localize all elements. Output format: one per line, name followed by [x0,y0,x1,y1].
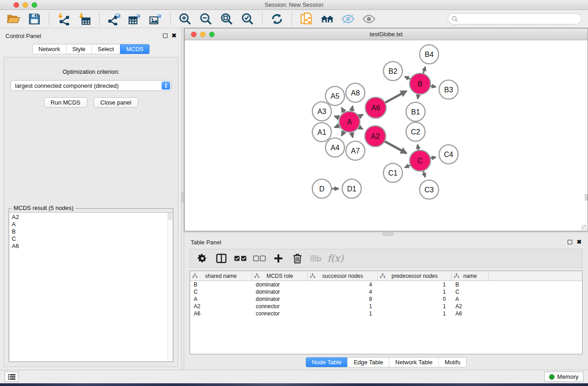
search-input[interactable] [460,15,578,22]
network-scrollbar-thumb[interactable] [585,194,588,200]
edge-A-A1[interactable] [335,125,339,127]
table-settings-button[interactable] [195,251,210,266]
table-cell[interactable]: C [452,289,489,295]
table-cell[interactable]: connector [252,310,308,317]
export-image-button[interactable] [147,11,165,27]
graph-node-A4[interactable]: A4 [325,138,344,157]
panel-splitter[interactable] [181,28,184,370]
float-table-panel-icon[interactable] [568,240,572,244]
hide-selected-button[interactable] [339,11,357,27]
edge-A-A5[interactable] [342,108,344,112]
table-cell[interactable]: A6 [452,310,489,317]
graph-node-B2[interactable]: B2 [383,62,402,81]
close-window-button[interactable] [14,2,19,8]
graph-node-A2[interactable]: A2 [365,126,386,147]
network-window-titlebar[interactable]: testGlobe.txt [185,29,588,40]
table-splitter-handle[interactable] [382,233,393,236]
table-cell[interactable]: B [452,281,489,288]
float-panel-icon[interactable] [163,33,167,38]
result-list-item[interactable]: B [12,228,167,235]
graph-node-D[interactable]: D [312,179,331,198]
table-cell[interactable]: dominator [252,281,308,288]
close-table-panel-icon[interactable]: ✖ [577,240,582,244]
edge-B-B4[interactable] [423,67,425,73]
edge-A6-B[interactable] [385,91,406,102]
table-row[interactable]: Adominator80A [190,295,582,303]
save-session-button[interactable] [25,11,43,27]
graph-node-A7[interactable]: A7 [346,141,365,160]
edge-C-C3[interactable] [423,171,425,177]
column-header-MCDS-role[interactable]: MCDS role [252,271,308,281]
edge-A-A7[interactable] [352,133,353,138]
table-cell[interactable]: 1 [378,310,452,317]
network-zoom-button[interactable] [209,32,215,37]
zoom-window-button[interactable] [32,2,37,8]
column-header-predecessor-nodes[interactable]: predecessor nodes [378,271,452,281]
export-table-button[interactable] [126,11,144,27]
graph-node-B3[interactable]: B3 [439,80,458,99]
result-list-item[interactable]: C [12,235,167,243]
show-column-browser-button[interactable] [214,251,229,266]
edge-B-B2[interactable] [405,76,410,79]
delete-column-button[interactable] [290,251,305,266]
table-cell[interactable]: A [452,296,489,302]
app-titlebar[interactable]: Session: New Session [0,0,588,10]
edge-A-A4[interactable] [342,131,344,136]
graph-node-A3[interactable]: A3 [312,102,331,121]
function-builder-button[interactable]: f(x) [328,251,343,266]
table-cell[interactable]: 1 [308,310,378,317]
delete-table-button[interactable] [309,251,324,266]
resize-grip-icon[interactable] [581,224,587,230]
edge-A-A2[interactable] [359,127,363,129]
table-cell[interactable]: dominator [252,296,308,302]
select-all-columns-button[interactable] [233,251,248,266]
table-cell[interactable]: A2 [452,303,489,310]
result-list-scrollbar[interactable] [167,213,172,361]
table-cell[interactable]: 4 [308,281,378,288]
tab-network-table[interactable]: Network Table [389,357,438,367]
table-cell[interactable]: A6 [190,310,252,317]
table-cell[interactable]: B [190,281,252,288]
table-row[interactable]: Cdominator41C [190,288,582,295]
tab-network[interactable]: Network [33,44,66,54]
edge-C-C4[interactable] [430,157,436,158]
search-box[interactable] [448,13,582,24]
memory-button[interactable]: Memory [544,372,583,382]
graph-node-A6[interactable]: A6 [365,97,386,118]
show-all-button[interactable] [360,11,378,27]
edge-A-A6[interactable] [359,114,363,117]
graph-node-A[interactable]: A [339,111,360,132]
import-table-button[interactable] [76,11,94,27]
network-minimize-button[interactable] [200,32,206,37]
table-cell[interactable]: 1 [308,303,378,310]
table-row[interactable]: A2connector11A2 [190,303,582,310]
table-cell[interactable]: 0 [378,296,452,302]
result-list-item[interactable]: A6 [12,243,167,250]
table-cell[interactable]: A2 [190,303,252,310]
graph-node-A1[interactable]: A1 [312,123,331,142]
edge-B-B3[interactable] [431,86,436,87]
zoom-out-button[interactable] [197,11,215,27]
zoom-fit-button[interactable] [218,11,236,27]
graph-node-D1[interactable]: D1 [342,179,361,198]
refresh-layout-button[interactable] [268,11,286,27]
close-panel-button[interactable]: Close panel [94,97,139,108]
graph-node-C2[interactable]: C2 [406,122,425,141]
table-row[interactable]: Bdominator41B [190,281,582,288]
edge-A-A3[interactable] [335,116,339,118]
graph-node-A8[interactable]: A8 [346,83,365,102]
run-mcds-button[interactable]: Run MCDS [44,97,87,108]
create-column-button[interactable] [271,251,286,266]
zoom-in-button[interactable] [176,11,194,27]
column-header-name[interactable]: name [452,271,489,281]
table-cell[interactable]: C [190,289,252,295]
table-cell[interactable]: connector [252,303,308,310]
result-list-item[interactable]: A2 [12,214,167,221]
network-close-button[interactable] [191,32,196,37]
show-task-history-button[interactable] [5,372,19,382]
graph-node-B[interactable]: B [410,73,430,94]
open-session-button[interactable] [5,11,23,27]
new-network-from-selection-button[interactable] [297,11,316,27]
tab-mcds[interactable]: MCDS [120,44,149,54]
tab-edge-table[interactable]: Edge Table [347,357,389,367]
